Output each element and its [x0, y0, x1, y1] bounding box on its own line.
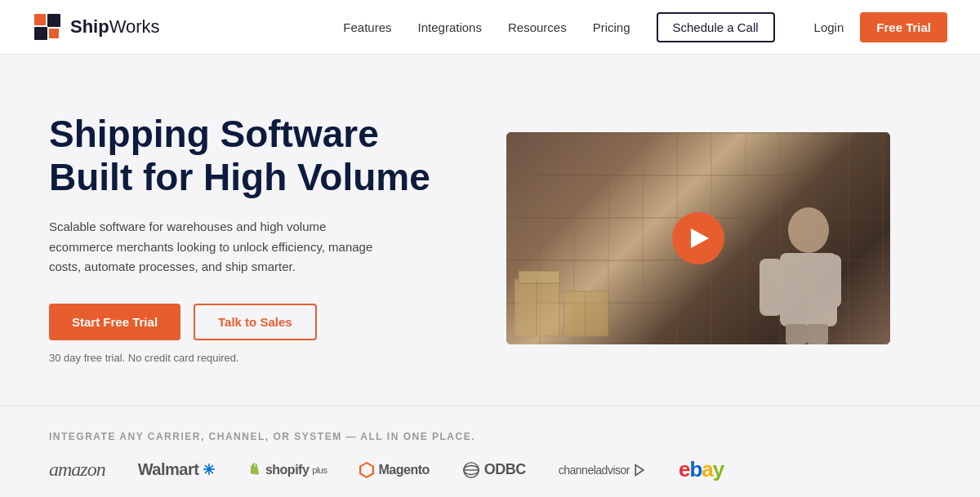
navbar: ShipWorks Features Integrations Resource… — [0, 0, 980, 55]
svg-rect-4 — [49, 29, 59, 38]
odbc-logo: ODBC — [462, 461, 526, 479]
ebay-logo: ebay — [679, 457, 724, 482]
integrations-label: INTEGRATE ANY CARRIER, CHANNEL, OR SYSTE… — [49, 431, 931, 442]
svg-rect-12 — [519, 271, 559, 283]
channeladvisor-logo: channeladvisor — [559, 464, 646, 477]
hero-section: Shipping Software Built for High Volume … — [0, 55, 980, 406]
svg-rect-7 — [760, 259, 782, 316]
nav-integrations[interactable]: Integrations — [418, 20, 482, 34]
svg-rect-8 — [821, 255, 841, 308]
nav-free-trial-button[interactable]: Free Trial — [860, 12, 947, 42]
nav-features[interactable]: Features — [343, 20, 391, 34]
hero-left: Shipping Software Built for High Volume … — [49, 113, 457, 364]
logo-area[interactable]: ShipWorks — [33, 12, 160, 42]
talk-to-sales-button[interactable]: Talk to Sales — [194, 304, 317, 340]
nav-login[interactable]: Login — [814, 20, 844, 34]
nav-resources[interactable]: Resources — [508, 20, 567, 34]
svg-rect-2 — [47, 14, 60, 27]
nav-schedule-call[interactable]: Schedule a Call — [657, 12, 775, 42]
hero-buttons: Start Free Trial Talk to Sales — [49, 304, 457, 340]
svg-rect-9 — [786, 324, 807, 344]
trial-note: 30 day free trial. No credit card requir… — [49, 352, 457, 364]
integrations-strip: INTEGRATE ANY CARRIER, CHANNEL, OR SYSTE… — [0, 406, 980, 497]
nav-right: Login Free Trial — [814, 12, 947, 42]
shopify-logo: shopifyplus — [247, 463, 327, 477]
svg-point-5 — [788, 207, 829, 253]
shipworks-logo-icon — [33, 12, 62, 42]
hero-subtitle: Scalable software for warehouses and hig… — [49, 217, 392, 277]
hero-title: Shipping Software Built for High Volume — [49, 113, 457, 199]
amazon-logo: amazon — [49, 459, 105, 481]
hero-right — [506, 132, 890, 344]
walmart-logo: Walmart ✳ — [138, 460, 215, 479]
nav-links: Features Integrations Resources Pricing … — [343, 12, 774, 42]
svg-marker-19 — [635, 464, 644, 475]
warehouse-boxes — [514, 255, 612, 336]
svg-rect-3 — [34, 27, 47, 40]
hero-video[interactable] — [506, 132, 890, 344]
logo-text: ShipWorks — [70, 16, 160, 38]
start-free-trial-button[interactable]: Start Free Trial — [49, 304, 180, 340]
svg-rect-10 — [807, 324, 828, 344]
nav-pricing[interactable]: Pricing — [593, 20, 630, 34]
logos-row: amazon Walmart ✳ shopifyplus Magento ODB… — [49, 457, 931, 482]
video-play-button[interactable] — [672, 212, 724, 264]
svg-rect-1 — [34, 14, 46, 25]
magento-logo: Magento — [359, 462, 429, 478]
warehouse-person — [727, 181, 858, 344]
